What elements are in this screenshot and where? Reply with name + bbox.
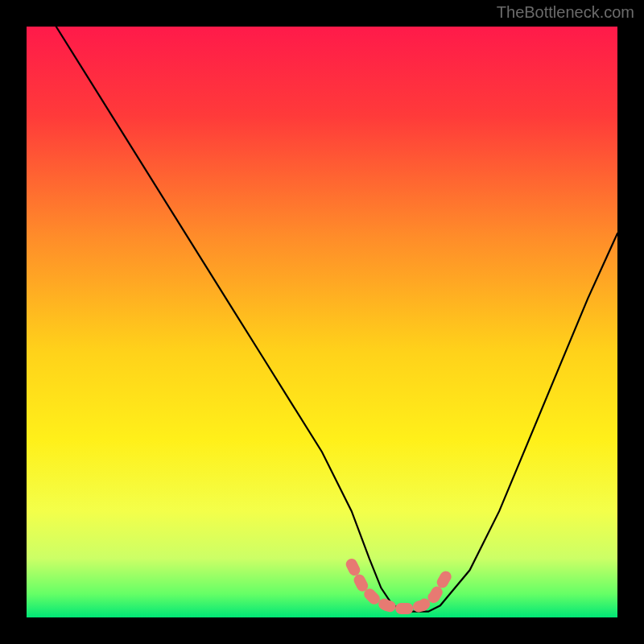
chart-background-gradient	[27, 27, 617, 617]
watermark-text: TheBottleneck.com	[497, 3, 634, 22]
chart-plot-area	[27, 27, 617, 617]
chart-svg	[27, 27, 617, 617]
